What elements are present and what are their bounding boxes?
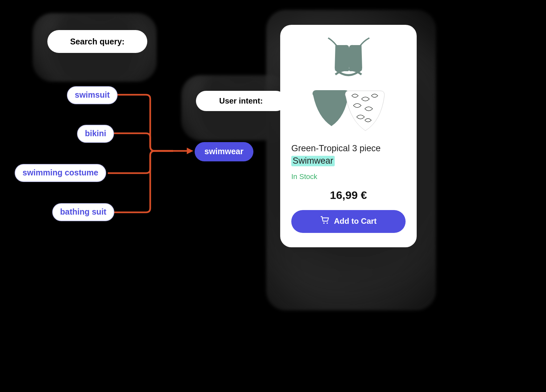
search-query-label: Search query: — [47, 30, 147, 53]
svg-marker-1 — [187, 148, 193, 154]
user-intent-value: swimwear — [195, 142, 253, 161]
svg-point-2 — [323, 222, 325, 224]
add-to-cart-button[interactable]: Add to Cart — [291, 210, 406, 233]
synonym-swimsuit: swimsuit — [67, 86, 118, 104]
product-card: Green-Tropical 3 piece Swimwear In Stock… — [280, 25, 417, 247]
synonym-swimming-costume: swimming costume — [15, 164, 106, 182]
svg-point-3 — [327, 222, 328, 224]
product-title-highlight: Swimwear — [291, 156, 335, 166]
product-image — [291, 35, 406, 137]
synonym-bikini: bikini — [77, 125, 114, 143]
product-title-prefix: Green-Tropical 3 piece — [291, 143, 381, 153]
cart-icon — [320, 216, 329, 226]
add-to-cart-label: Add to Cart — [334, 217, 377, 226]
stock-status: In Stock — [291, 172, 406, 181]
product-price: 16,99 € — [291, 189, 406, 202]
product-title: Green-Tropical 3 piece Swimwear — [291, 142, 406, 167]
connector-lines — [0, 0, 546, 392]
synonym-bathing-suit: bathing suit — [52, 203, 114, 221]
user-intent-label: User intent: — [196, 91, 286, 111]
